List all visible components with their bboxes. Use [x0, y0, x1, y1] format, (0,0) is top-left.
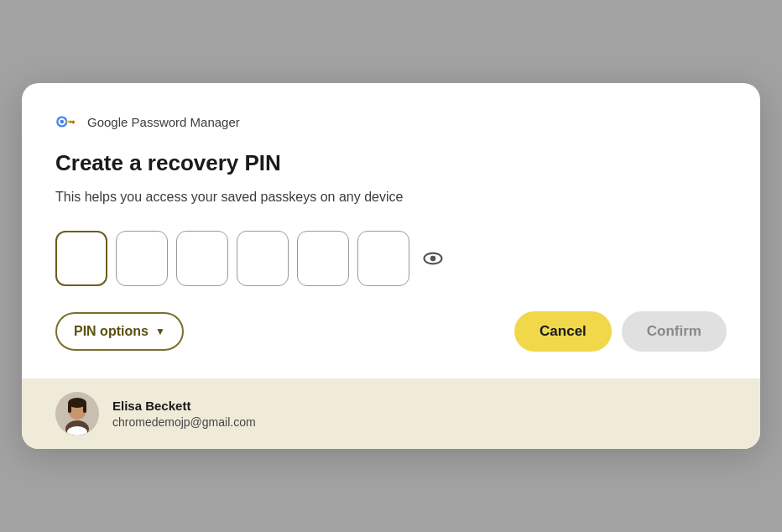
pin-options-label: PIN options: [74, 324, 149, 339]
svg-point-1: [60, 120, 64, 124]
avatar: [55, 392, 99, 436]
dialog: Google Password Manager Create a recover…: [22, 83, 760, 449]
header-row: Google Password Manager: [55, 113, 727, 130]
header-app-name: Google Password Manager: [87, 115, 240, 129]
svg-point-6: [430, 256, 436, 262]
svg-rect-3: [72, 121, 74, 124]
account-name: Elisa Beckett: [112, 399, 256, 413]
pin-box-1[interactable]: [55, 231, 107, 286]
chevron-down-icon: ▼: [155, 326, 165, 337]
pin-box-5[interactable]: [297, 231, 349, 286]
cancel-button[interactable]: Cancel: [514, 311, 612, 352]
pin-options-button[interactable]: PIN options ▼: [55, 312, 184, 351]
pin-box-6[interactable]: [357, 231, 409, 286]
actions-row: PIN options ▼ Cancel Confirm: [55, 311, 727, 352]
pin-box-4[interactable]: [237, 231, 289, 286]
account-email: chromedemojp@gmail.com: [112, 415, 256, 429]
pin-box-2[interactable]: [116, 231, 168, 286]
dialog-subtitle: This helps you access your saved passkey…: [55, 188, 727, 206]
dialog-body: Google Password Manager Create a recover…: [22, 83, 760, 378]
right-buttons: Cancel Confirm: [514, 311, 727, 352]
svg-rect-11: [68, 403, 71, 413]
svg-rect-12: [83, 403, 86, 413]
account-bar: Elisa Beckett chromedemojp@gmail.com: [22, 378, 760, 449]
dialog-title: Create a recovery PIN: [55, 150, 727, 176]
pin-input-row: [55, 231, 727, 286]
account-info: Elisa Beckett chromedemojp@gmail.com: [112, 399, 256, 429]
pin-box-3[interactable]: [176, 231, 228, 286]
toggle-visibility-icon[interactable]: [421, 247, 445, 270]
key-icon: [55, 113, 79, 130]
svg-rect-4: [70, 121, 71, 123]
confirm-button[interactable]: Confirm: [622, 311, 727, 352]
